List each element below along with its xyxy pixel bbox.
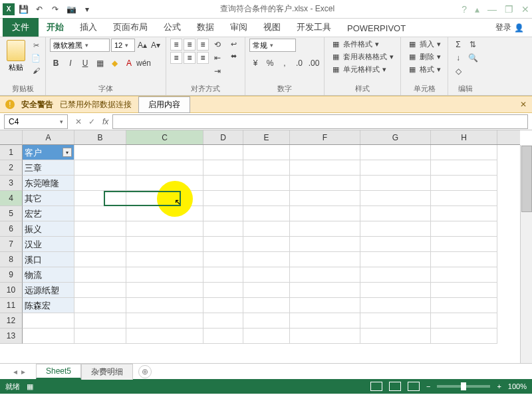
tab-data[interactable]: 数据 [189, 18, 222, 37]
ribbon-collapse-icon[interactable]: ▴ [475, 4, 479, 15]
page-break-view-icon[interactable] [408, 382, 420, 391]
cell-C12[interactable] [126, 313, 203, 329]
cell-C4[interactable] [126, 191, 203, 206]
cell-F7[interactable] [290, 237, 360, 252]
col-header-B[interactable]: B [74, 130, 126, 144]
cell-C10[interactable] [126, 283, 203, 298]
cell-D4[interactable] [203, 191, 243, 206]
cell-A8[interactable]: 溪口 [23, 252, 74, 267]
enter-icon[interactable]: ✓ [85, 115, 98, 128]
fill-icon[interactable]: ↓ [452, 52, 464, 64]
align-top-icon[interactable]: ≡ [170, 39, 182, 51]
cell-H10[interactable] [431, 283, 497, 298]
cell-D2[interactable] [203, 160, 243, 176]
tab-file[interactable]: 文件 [3, 18, 39, 37]
cell-H9[interactable] [431, 267, 497, 283]
cut-icon[interactable]: ✂ [31, 40, 41, 51]
cell-A7[interactable]: 汉业 [23, 237, 74, 252]
cells-area[interactable]: 客户▾三章东莞唯隆其它宏艺振义汉业溪口物流远源纸塑陈森宏 [23, 145, 520, 363]
row-header-13[interactable]: 13 [0, 329, 23, 344]
minimize-icon[interactable]: — [487, 4, 497, 15]
cell-H11[interactable] [431, 298, 497, 313]
decrease-indent-icon[interactable]: ⇤ [211, 52, 223, 64]
formula-input[interactable] [112, 114, 528, 129]
cell-F9[interactable] [290, 267, 360, 283]
cell-F13[interactable] [290, 329, 360, 344]
sheet-next-icon[interactable]: ▸ [21, 367, 25, 376]
close-icon[interactable]: ✕ [521, 4, 529, 15]
col-header-G[interactable]: G [360, 130, 431, 144]
fx-icon[interactable]: fx [98, 117, 112, 126]
wrap-text-button[interactable]: ↩ [226, 39, 241, 49]
font-name-combo[interactable]: 微软雅黑▾ [50, 39, 110, 52]
tab-view[interactable]: 视图 [255, 18, 289, 37]
cell-E7[interactable] [243, 237, 290, 252]
col-header-C[interactable]: C [126, 130, 203, 144]
cell-E5[interactable] [243, 206, 290, 221]
cell-F12[interactable] [290, 313, 360, 329]
increase-decimal-icon[interactable]: .0 [293, 57, 305, 69]
sheet-tab-sheet5[interactable]: Sheet5 [36, 364, 81, 379]
enable-content-button[interactable]: 启用内容 [138, 96, 190, 113]
paste-button[interactable]: 粘贴 [4, 39, 28, 74]
cell-E4[interactable] [243, 191, 290, 206]
cell-C8[interactable] [126, 252, 203, 267]
cell-H5[interactable] [431, 206, 497, 221]
row-header-8[interactable]: 8 [0, 252, 23, 267]
cell-G1[interactable] [360, 145, 431, 160]
align-middle-icon[interactable]: ≡ [184, 39, 196, 51]
cell-G10[interactable] [360, 283, 431, 298]
cell-F1[interactable] [290, 145, 360, 160]
cell-E13[interactable] [243, 329, 290, 344]
delete-cells-button[interactable]: ▦删除▾ [405, 51, 444, 63]
cell-G12[interactable] [360, 313, 431, 329]
tab-powerpivot[interactable]: POWERPIVOT [339, 20, 414, 37]
row-header-5[interactable]: 5 [0, 206, 23, 221]
cell-B1[interactable] [74, 145, 126, 160]
cell-H4[interactable] [431, 191, 497, 206]
cell-A11[interactable]: 陈森宏 [23, 298, 74, 313]
cell-D5[interactable] [203, 206, 243, 221]
percent-format-icon[interactable]: % [264, 57, 276, 69]
cell-H12[interactable] [431, 313, 497, 329]
cell-B9[interactable] [74, 267, 126, 283]
column-headers[interactable]: ABCDEFGH [23, 130, 520, 145]
find-select-icon[interactable]: 🔍 [467, 52, 479, 64]
cell-A1[interactable]: 客户▾ [23, 145, 74, 160]
cell-G3[interactable] [360, 176, 431, 191]
cell-B12[interactable] [74, 313, 126, 329]
cell-H2[interactable] [431, 160, 497, 176]
undo-icon[interactable]: ↶ [33, 3, 45, 15]
zoom-slider[interactable] [437, 385, 490, 388]
align-left-icon[interactable]: ≡ [170, 52, 182, 64]
number-format-combo[interactable]: 常规▾ [249, 39, 296, 52]
cell-E11[interactable] [243, 298, 290, 313]
cell-B3[interactable] [74, 176, 126, 191]
cancel-icon[interactable]: ✕ [72, 115, 85, 128]
cell-G2[interactable] [360, 160, 431, 176]
name-box[interactable]: C4▾ [4, 114, 68, 129]
underline-button[interactable]: U [79, 57, 91, 69]
sheet-tab-detail[interactable]: 杂费明细 [81, 364, 133, 380]
cell-A5[interactable]: 宏艺 [23, 206, 74, 221]
row-header-12[interactable]: 12 [0, 313, 23, 329]
cell-A3[interactable]: 东莞唯隆 [23, 176, 74, 191]
grow-font-icon[interactable]: A▴ [136, 39, 148, 51]
cell-A2[interactable]: 三章 [23, 160, 74, 176]
cell-A10[interactable]: 远源纸塑 [23, 283, 74, 298]
phonetic-icon[interactable]: wén [138, 57, 150, 69]
col-header-H[interactable]: H [431, 130, 497, 144]
row-header-4[interactable]: 4 [0, 191, 23, 206]
cell-C3[interactable] [126, 176, 203, 191]
cell-G7[interactable] [360, 237, 431, 252]
cell-G4[interactable] [360, 191, 431, 206]
cell-C6[interactable] [126, 221, 203, 237]
orientation-icon[interactable]: ⟲ [211, 39, 223, 51]
cell-C9[interactable] [126, 267, 203, 283]
spreadsheet-grid[interactable]: ABCDEFGH 12345678910111213 客户▾三章东莞唯隆其它宏艺… [0, 130, 532, 363]
cell-D3[interactable] [203, 176, 243, 191]
cell-G5[interactable] [360, 206, 431, 221]
cell-E2[interactable] [243, 160, 290, 176]
bold-button[interactable]: B [50, 57, 62, 69]
merge-center-button[interactable]: ⬌ [226, 51, 241, 61]
